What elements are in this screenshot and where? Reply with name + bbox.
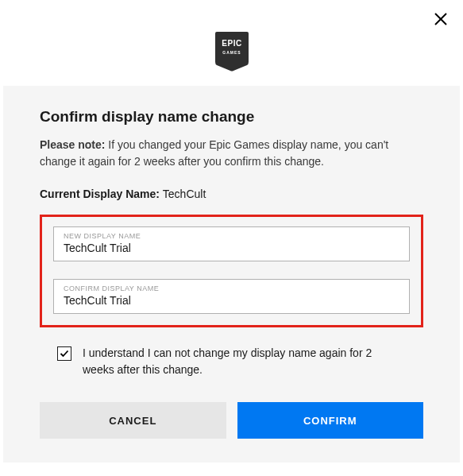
confirm-button[interactable]: CONFIRM [237, 402, 424, 439]
consent-checkbox[interactable] [57, 346, 71, 361]
svg-text:GAMES: GAMES [222, 50, 241, 55]
dialog-content: Confirm display name change Please note:… [3, 86, 460, 462]
checkmark-icon [60, 349, 69, 358]
new-display-name-label: NEW DISPLAY NAME [64, 232, 399, 240]
cancel-button[interactable]: CANCEL [40, 402, 226, 439]
epic-games-logo: EPIC GAMES [214, 30, 249, 72]
dialog-note: Please note: If you changed your Epic Ga… [40, 137, 423, 170]
consent-checkbox-label: I understand I can not change my display… [83, 345, 406, 378]
new-display-name-value: TechCult Trial [64, 242, 399, 254]
button-row: CANCEL CONFIRM [40, 402, 423, 439]
confirm-display-name-value: TechCult Trial [64, 294, 399, 307]
input-highlight-box: NEW DISPLAY NAME TechCult Trial CONFIRM … [40, 215, 423, 327]
new-display-name-field[interactable]: NEW DISPLAY NAME TechCult Trial [53, 226, 410, 261]
current-display-name: Current Display Name: TechCult [40, 188, 423, 200]
confirm-display-name-field[interactable]: CONFIRM DISPLAY NAME TechCult Trial [53, 279, 410, 314]
close-button[interactable] [431, 10, 450, 29]
dialog-title: Confirm display name change [40, 108, 423, 126]
current-name-value: TechCult [163, 188, 206, 200]
confirm-display-name-label: CONFIRM DISPLAY NAME [64, 284, 399, 292]
close-icon [434, 13, 447, 25]
logo-container: EPIC GAMES [0, 0, 463, 86]
consent-checkbox-row: I understand I can not change my display… [40, 345, 423, 378]
svg-text:EPIC: EPIC [222, 39, 241, 48]
note-bold-prefix: Please note: [40, 138, 105, 151]
current-name-label: Current Display Name: [40, 188, 163, 200]
